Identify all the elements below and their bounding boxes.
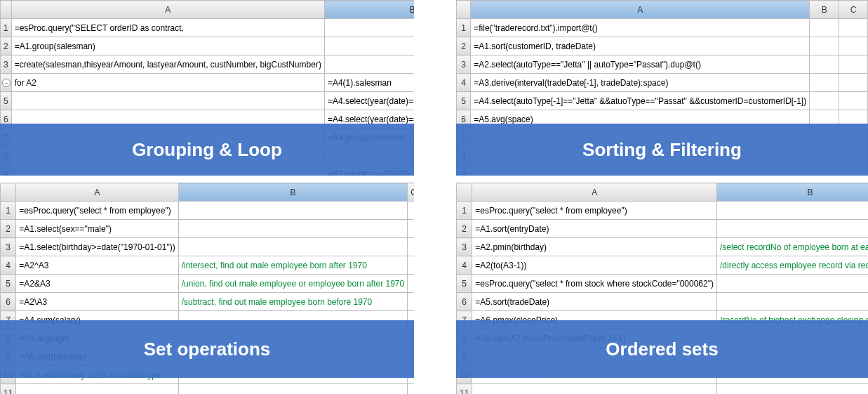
select-all-corner[interactable] [1, 1, 12, 19]
row-header[interactable]: 3 [457, 238, 472, 256]
row-header[interactable]: 11 [457, 384, 472, 395]
cell-A[interactable]: =esProc.query("SELECT orderID as contrac… [11, 19, 324, 37]
row-header[interactable]: 2 [457, 220, 472, 238]
cell-B[interactable] [178, 384, 408, 395]
row-header[interactable]: 2 [1, 37, 12, 55]
row-number: 4 [462, 261, 467, 270]
row-header[interactable]: 6 [1, 293, 16, 311]
cell-A[interactable]: =file("traderecord.txt").import@t() [471, 19, 810, 37]
col-header-A[interactable]: A [472, 183, 717, 202]
cell-B[interactable]: =A4.select(year(date)==year).sum(amount) [324, 92, 414, 110]
cell-A[interactable]: =A2.select(autoType=="Jetta" || autoType… [471, 55, 810, 74]
cell-B[interactable] [178, 238, 408, 256]
row-header[interactable]: 1 [1, 19, 12, 37]
cell-A[interactable]: =A4.select(autoType[-1]=="Jetta" &&atuoT… [471, 92, 810, 110]
row-header[interactable]: 6 [457, 293, 472, 311]
row-header[interactable]: 3 [457, 55, 471, 74]
cell-B[interactable] [716, 202, 868, 220]
cell-C[interactable] [839, 92, 868, 110]
cell-B[interactable]: /intersect, find out male employee born … [178, 256, 408, 275]
cell-C[interactable] [839, 55, 868, 74]
cell-A[interactable]: =A3.derive(interval(tradeDate[-1], trade… [471, 74, 810, 92]
cell-A[interactable]: =A5.sort(tradeDate) [472, 293, 717, 311]
row-header[interactable]: 2 [457, 37, 471, 55]
cell-B[interactable]: /select recordNo of employee born at ear… [716, 238, 868, 256]
cell-B[interactable] [810, 92, 839, 110]
cell-C[interactable] [408, 384, 414, 395]
cell-C[interactable] [839, 37, 868, 55]
cell-B[interactable] [716, 275, 868, 293]
row-header[interactable]: 5 [457, 275, 472, 293]
col-header-B[interactable]: B [810, 1, 839, 19]
cell-C[interactable] [408, 220, 414, 238]
cell-A[interactable]: =esProc.query("select * from stock where… [472, 275, 717, 293]
row-header[interactable]: 11 [1, 384, 16, 395]
cell-B[interactable] [324, 37, 414, 55]
row-header[interactable]: 1 [457, 202, 472, 220]
row-header[interactable]: 4− [1, 74, 12, 92]
cell-B[interactable] [810, 37, 839, 55]
cell-B[interactable] [716, 384, 868, 395]
cell-A[interactable]: =A2\A3 [16, 293, 178, 311]
cell-B[interactable]: /subtract, find out male employee born b… [178, 293, 408, 311]
col-header-A[interactable]: A [11, 1, 324, 19]
cell-B[interactable] [810, 55, 839, 74]
cell-B[interactable] [178, 202, 408, 220]
row-header[interactable]: 4 [457, 74, 471, 92]
col-header-B[interactable]: B [178, 183, 408, 202]
row-header[interactable]: 5 [1, 92, 12, 110]
cell-A[interactable]: =esProc.query("select * from employee") [16, 202, 178, 220]
cell-A[interactable]: =A2.pmin(birthday) [472, 238, 717, 256]
cell-A[interactable]: =A1.group(salesman) [11, 37, 324, 55]
cell-C[interactable] [839, 74, 868, 92]
select-all-corner[interactable] [457, 183, 472, 202]
col-header-B[interactable]: B [716, 183, 868, 202]
row-header[interactable]: 5 [457, 92, 471, 110]
col-header-C[interactable]: C [839, 1, 868, 19]
cell-A[interactable]: =A2(to(A3-1)) [472, 256, 717, 275]
cell-B[interactable] [324, 55, 414, 74]
cell-B[interactable] [324, 19, 414, 37]
cell-B[interactable] [810, 74, 839, 92]
cell-A[interactable]: =A2^A3 [16, 256, 178, 275]
col-header-A[interactable]: A [16, 183, 178, 202]
cell-A[interactable]: =A1.select(birthday>=date("1970-01-01")) [16, 238, 178, 256]
cell-A[interactable]: =create(salesman,thisyearAmount, lastyea… [11, 55, 324, 74]
cell-A[interactable] [11, 92, 324, 110]
cell-B[interactable] [810, 19, 839, 37]
row-header[interactable]: 5 [1, 275, 16, 293]
cell-C[interactable] [839, 19, 868, 37]
select-all-corner[interactable] [1, 183, 16, 202]
cell-C[interactable] [408, 256, 414, 275]
cell-A[interactable] [472, 384, 717, 395]
row-header[interactable]: 1 [457, 19, 471, 37]
row-header[interactable]: 4 [457, 256, 472, 275]
cell-C[interactable] [408, 275, 414, 293]
cell-C[interactable] [408, 293, 414, 311]
cell-C[interactable] [408, 238, 414, 256]
row-header[interactable]: 3 [1, 238, 16, 256]
cell-A[interactable]: =A2&A3 [16, 275, 178, 293]
collapse-icon[interactable]: − [2, 79, 11, 87]
cell-A[interactable]: =esProc.query("select * from employee") [472, 202, 717, 220]
row-header[interactable]: 2 [1, 220, 16, 238]
cell-A[interactable]: =A1.sort(customerID, tradeDate) [471, 37, 810, 55]
row-header[interactable]: 3 [1, 55, 12, 74]
select-all-corner[interactable] [457, 1, 471, 19]
row-header[interactable]: 1 [1, 202, 16, 220]
col-header-B[interactable]: B [324, 1, 414, 19]
cell-B[interactable]: /union, find out male employee or employ… [178, 275, 408, 293]
cell-A[interactable]: =A1.sort(entryDate) [472, 220, 717, 238]
cell-B[interactable]: =A4(1).salesman [324, 74, 414, 92]
cell-B[interactable] [716, 220, 868, 238]
cell-A[interactable]: for A2 [11, 74, 324, 92]
col-header-A[interactable]: A [471, 1, 810, 19]
cell-B[interactable] [716, 293, 868, 311]
cell-C[interactable] [408, 202, 414, 220]
cell-A[interactable] [16, 384, 178, 395]
row-header[interactable]: 4 [1, 256, 16, 275]
cell-B[interactable] [178, 220, 408, 238]
col-header-C[interactable]: C [408, 183, 414, 202]
cell-B[interactable]: /directly access employee record via rec… [716, 256, 868, 275]
cell-A[interactable]: =A1.select(sex=="male") [16, 220, 178, 238]
